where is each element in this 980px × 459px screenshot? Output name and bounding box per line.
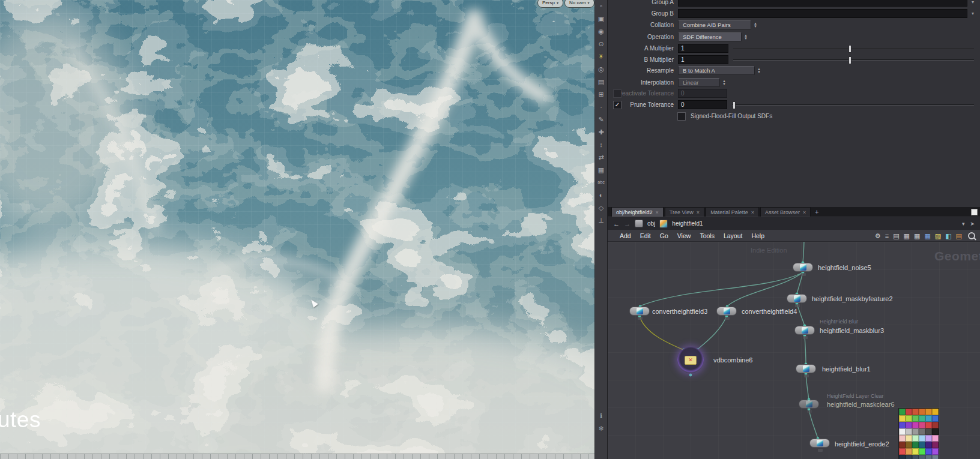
secure-selection-icon[interactable]: ▣ — [596, 14, 606, 23]
freeze-update-icon[interactable]: ❄ — [598, 425, 603, 433]
color-swatch-icon[interactable]: ◧ — [945, 232, 951, 240]
wireframe-display-icon[interactable]: ◇ — [596, 203, 606, 212]
node-label-maskblur3[interactable]: heightfield_maskblur3 — [820, 326, 884, 335]
text-overlay-icon[interactable]: abc — [596, 178, 606, 187]
palette-color-swatch[interactable] — [912, 455, 919, 459]
node-label-noise5[interactable]: heightfield_noise5 — [818, 263, 871, 272]
deactivate-tolerance-checkbox[interactable] — [613, 89, 622, 98]
menu-view[interactable]: View — [677, 232, 691, 239]
grid-snap-icon[interactable]: ⊞ — [596, 90, 606, 98]
close-icon[interactable]: × — [697, 209, 700, 215]
node-heightfield-erode2[interactable] — [809, 439, 830, 448]
operation-dropdown[interactable]: SDF Difference — [678, 32, 742, 41]
node-convertheightfield4[interactable] — [716, 307, 737, 316]
menu-layout[interactable]: Layout — [724, 232, 743, 239]
perspective-view-pill[interactable]: Persp ▾ — [537, 0, 563, 8]
close-icon[interactable]: × — [751, 209, 754, 215]
palette-color-swatch[interactable] — [919, 448, 925, 455]
palette-color-swatch[interactable] — [899, 442, 906, 448]
grid-view-icon[interactable]: ▦ — [904, 232, 910, 240]
pane-link-icon[interactable]: ▫ — [596, 2, 606, 10]
palette-color-swatch[interactable] — [925, 435, 932, 442]
grid-view-alt-icon[interactable]: ▦ — [914, 232, 920, 240]
palette-color-swatch[interactable] — [906, 422, 912, 428]
node-label-erode2[interactable]: heightfield_erode2 — [835, 440, 889, 448]
interpolation-dropdown[interactable]: Linear — [678, 78, 720, 87]
palette-color-swatch[interactable] — [906, 409, 912, 415]
shelf-book-icon[interactable]: ▤ — [956, 232, 962, 240]
chevron-down-icon[interactable]: ▾ — [962, 221, 965, 227]
palette-color-swatch[interactable] — [912, 415, 919, 422]
palette-color-swatch[interactable] — [932, 422, 939, 428]
snapping-icon[interactable]: ◉ — [596, 27, 606, 35]
palette-color-swatch[interactable] — [912, 428, 919, 435]
slider-handle[interactable] — [848, 45, 851, 53]
new-tab-button[interactable]: + — [812, 208, 821, 215]
chevron-down-icon[interactable]: ▾ — [969, 11, 977, 16]
close-icon[interactable]: × — [656, 209, 659, 215]
palette-color-swatch[interactable] — [906, 415, 912, 422]
palette-color-swatch[interactable] — [919, 442, 925, 448]
tree-list-icon[interactable]: ≡ — [885, 232, 889, 240]
display-options-icon[interactable]: ▤ — [893, 232, 899, 240]
menu-go[interactable]: Go — [660, 232, 668, 239]
pencil-edit-icon[interactable]: ✎ — [596, 115, 606, 124]
network-editor[interactable]: Geometry Indie Edition — [608, 242, 980, 459]
palette-color-swatch[interactable] — [906, 428, 912, 435]
prune-tolerance-checkbox[interactable]: ✓ — [613, 101, 622, 109]
palette-color-swatch[interactable] — [912, 422, 919, 428]
sticky-note-icon[interactable]: ▨ — [935, 232, 941, 240]
palette-color-swatch[interactable] — [919, 422, 925, 428]
view-pivot-icon[interactable]: ⊙ — [596, 40, 606, 48]
palette-color-swatch[interactable] — [912, 409, 919, 415]
node-label-maskclear6[interactable]: heightfield_maskclear6 — [827, 400, 895, 409]
info-icon[interactable]: ℹ — [600, 412, 602, 420]
palette-color-swatch[interactable] — [925, 448, 932, 455]
node-label-maskbyfeature2[interactable]: heightfield_maskbyfeature2 — [812, 295, 893, 303]
collation-dropdown[interactable]: Combine A/B Pairs — [678, 20, 751, 29]
group-b-input[interactable] — [678, 9, 967, 18]
forward-arrow-icon[interactable]: → — [624, 220, 631, 227]
node-heightfield-noise5[interactable] — [793, 263, 813, 272]
palette-color-swatch[interactable] — [925, 455, 932, 459]
palette-color-swatch[interactable] — [932, 448, 939, 455]
pane-maximize-icon[interactable] — [971, 209, 978, 215]
palette-color-swatch[interactable] — [899, 422, 906, 428]
tab-tree-view[interactable]: Tree View × — [665, 207, 704, 217]
camera-select-pill[interactable]: No cam ▾ — [564, 0, 594, 8]
palette-color-swatch[interactable] — [932, 428, 939, 435]
spinner-icon[interactable]: ▲ ▼ — [721, 80, 727, 86]
palette-color-swatch[interactable] — [912, 435, 919, 442]
palette-color-swatch[interactable] — [932, 442, 939, 448]
node-heightfield-blur1[interactable] — [796, 364, 816, 373]
menu-edit[interactable]: Edit — [640, 232, 651, 239]
palette-color-swatch[interactable] — [925, 428, 932, 435]
b-multiplier-slider[interactable] — [733, 56, 974, 64]
select-mode-icon[interactable]: ▤ — [596, 77, 606, 86]
palette-color-swatch[interactable] — [925, 442, 932, 448]
chevron-down-icon[interactable]: ▾ — [969, 0, 977, 5]
close-icon[interactable]: × — [803, 209, 806, 215]
resample-dropdown[interactable]: B to Match A — [678, 66, 755, 75]
palette-color-swatch[interactable] — [932, 455, 939, 459]
node-vdbcombine6[interactable] — [677, 347, 704, 373]
palette-color-swatch[interactable] — [919, 428, 925, 435]
display-grid-icon[interactable]: ▦ — [596, 166, 606, 174]
heightfield-node-icon[interactable] — [659, 220, 668, 228]
prune-tolerance-slider[interactable] — [732, 101, 974, 109]
spinner-icon[interactable]: ▲ ▼ — [756, 68, 762, 74]
palette-color-swatch[interactable] — [906, 455, 912, 459]
camera-icon[interactable]: ◎ — [596, 65, 606, 73]
slider-handle[interactable] — [848, 56, 851, 64]
palette-color-swatch[interactable] — [925, 415, 932, 422]
palette-color-swatch[interactable] — [899, 409, 906, 415]
node-label-convertheightfield4[interactable]: convertheightfield4 — [742, 307, 797, 316]
b-multiplier-input[interactable]: 1 — [678, 55, 728, 64]
palette-color-swatch[interactable] — [919, 435, 925, 442]
spinner-icon[interactable]: ▲ ▼ — [752, 22, 758, 28]
wrench-icon[interactable]: ⚙ — [875, 232, 881, 240]
network-overview-icon[interactable]: ▦ — [924, 232, 930, 240]
height-scale-icon[interactable]: ↕ — [596, 140, 606, 149]
palette-color-swatch[interactable] — [906, 442, 912, 448]
palette-color-swatch[interactable] — [899, 448, 906, 455]
